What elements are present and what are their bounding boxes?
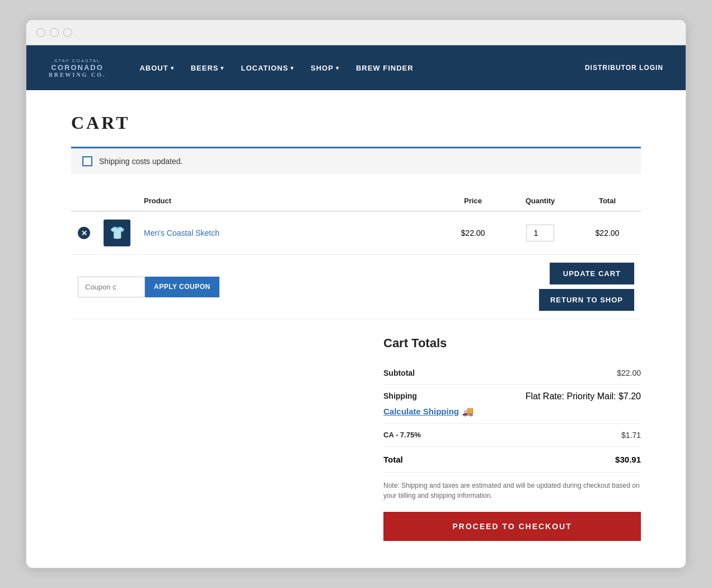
subtotal-label: Subtotal [383,368,415,377]
browser-dot-yellow [50,28,59,37]
proceed-to-checkout-button[interactable]: PROCEED TO CHECKOUT [383,512,641,541]
browser-dot-red [36,28,45,37]
page-title: CART [71,113,641,133]
shipping-row: Shipping Flat Rate: Priority Mail: $7.20… [383,385,641,424]
shipping-value: Flat Rate: Priority Mail: $7.20 [526,391,641,402]
col-header-price: Price [439,191,507,211]
coupon-area: APPLY COUPON [78,277,500,297]
total-label: Total [383,455,403,464]
subtotal-row: Subtotal $22.00 [383,362,641,385]
chevron-down-icon: ▾ [171,65,174,71]
table-row: ✕ 👕 Men's Coastal Sketch $22.00 [71,211,641,255]
quantity-input[interactable] [526,225,554,241]
nav-link-locations[interactable]: LOCATIONS ▾ [241,64,294,72]
logo-top-text: STAY COASTAL [49,58,106,63]
browser-window: STAY COASTAL CORONADO BREWING CO. ABOUT … [26,20,686,568]
logo-main-text: CORONADO BREWING CO. [49,63,106,78]
product-image-cell: 👕 [97,211,137,255]
cart-totals-title: Cart Totals [383,336,641,351]
shipping-notice-text: Shipping costs updated. [99,157,182,166]
product-total: $22.00 [596,228,620,237]
cart-btn-cell: UPDATE CART RETURN TO SHOP [507,255,641,319]
chevron-down-icon: ▾ [291,65,294,71]
product-image: 👕 [104,220,130,246]
return-to-shop-button[interactable]: RETURN TO SHOP [539,289,634,311]
remove-item-button[interactable]: ✕ [78,227,90,239]
tax-row: CA - 7.75% $1.71 [383,424,641,447]
chevron-down-icon: ▾ [221,65,224,71]
nav-links: ABOUT ▾ BEERS ▾ LOCATIONS ▾ SHOP ▾ BREW … [139,64,584,72]
col-header-quantity: Quantity [507,191,574,211]
browser-dot-green [63,28,72,37]
subtotal-value: $22.00 [617,368,641,377]
browser-chrome [26,20,686,45]
cart-actions-row: APPLY COUPON UPDATE CART RETURN TO SHOP [71,255,641,319]
shipping-notice: Shipping costs updated. [71,147,641,174]
col-header-total: Total [574,191,641,211]
total-row: Total $30.91 [383,447,641,473]
product-price-cell: $22.00 [439,211,507,255]
calculate-shipping-link[interactable]: Calculate Shipping 🚚 [383,406,474,417]
distributor-login[interactable]: DISTRIBUTOR LOGIN [585,64,663,72]
main-content: CART Shipping costs updated. Product Pri… [26,90,686,563]
tshirt-icon: 👕 [110,226,125,240]
truck-icon: 🚚 [462,406,474,417]
col-header-product: Product [137,191,439,211]
col-header-remove [71,191,97,211]
apply-coupon-button[interactable]: APPLY COUPON [145,277,219,297]
product-qty-cell [507,211,574,255]
coupon-input[interactable] [78,277,145,297]
nav-link-beers[interactable]: BEERS ▾ [191,64,224,72]
product-name-cell: Men's Coastal Sketch [137,211,439,255]
checkout-note: Note: Shipping and taxes are estimated a… [383,480,641,501]
product-price: $22.00 [461,228,485,237]
update-cart-button[interactable]: UPDATE CART [550,263,634,284]
nav-link-shop[interactable]: SHOP ▾ [311,64,339,72]
cart-table: Product Price Quantity Total ✕ 👕 [71,191,641,319]
nav-link-about[interactable]: ABOUT ▾ [139,64,174,72]
site-nav: STAY COASTAL CORONADO BREWING CO. ABOUT … [26,45,686,90]
tax-label: CA - 7.75% [383,431,421,440]
remove-cell: ✕ [71,211,97,255]
shipping-notice-icon [82,156,92,166]
product-link[interactable]: Men's Coastal Sketch [144,228,219,237]
total-value: $30.91 [615,455,641,464]
chevron-down-icon: ▾ [336,65,339,71]
product-total-cell: $22.00 [574,211,641,255]
cart-totals-box: Cart Totals Subtotal $22.00 Shipping Fla… [383,336,641,541]
shipping-label: Shipping [383,391,417,400]
nav-logo: STAY COASTAL CORONADO BREWING CO. [49,58,106,78]
nav-link-brew-finder[interactable]: BREW FINDER [356,64,414,72]
tax-value: $1.71 [621,431,641,440]
col-header-image [97,191,137,211]
coupon-cell: APPLY COUPON [71,255,507,319]
cart-btn-group: UPDATE CART RETURN TO SHOP [513,263,634,311]
cart-totals-section: Cart Totals Subtotal $22.00 Shipping Fla… [71,336,641,541]
